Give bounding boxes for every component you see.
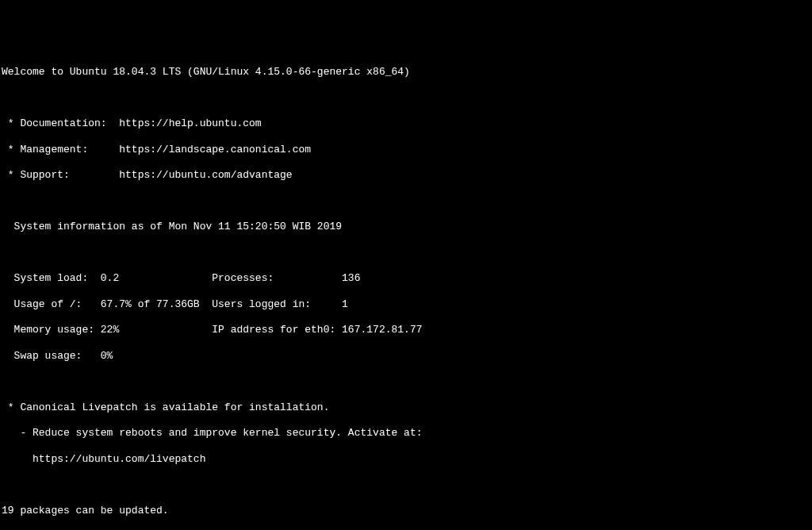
blank-line: [2, 375, 810, 388]
doc-link: * Documentation: https://help.ubuntu.com: [2, 117, 810, 130]
terminal-output[interactable]: Welcome to Ubuntu 18.04.3 LTS (GNU/Linux…: [2, 53, 810, 530]
sysinfo-line: Swap usage: 0%: [2, 350, 810, 363]
livepatch-line: - Reduce system reboots and improve kern…: [2, 427, 810, 440]
sysinfo-header: System information as of Mon Nov 11 15:2…: [2, 221, 810, 233]
livepatch-line: https://ubuntu.com/livepatch: [2, 453, 810, 466]
packages-line: 19 packages can be updated.: [2, 505, 810, 517]
sysinfo-line: System load: 0.2 Processes: 136: [2, 272, 810, 285]
blank-line: [2, 478, 810, 491]
support-link: * Support: https://ubuntu.com/advantage: [2, 169, 810, 182]
sysinfo-line: Memory usage: 22% IP address for eth0: 1…: [2, 324, 810, 336]
welcome-line: Welcome to Ubuntu 18.04.3 LTS (GNU/Linux…: [2, 66, 810, 79]
blank-line: [2, 195, 810, 208]
blank-line: [2, 92, 810, 105]
blank-line: [2, 247, 810, 259]
livepatch-line: * Canonical Livepatch is available for i…: [2, 401, 810, 414]
management-link: * Management: https://landscape.canonica…: [2, 144, 810, 156]
sysinfo-line: Usage of /: 67.7% of 77.36GB Users logge…: [2, 298, 810, 311]
